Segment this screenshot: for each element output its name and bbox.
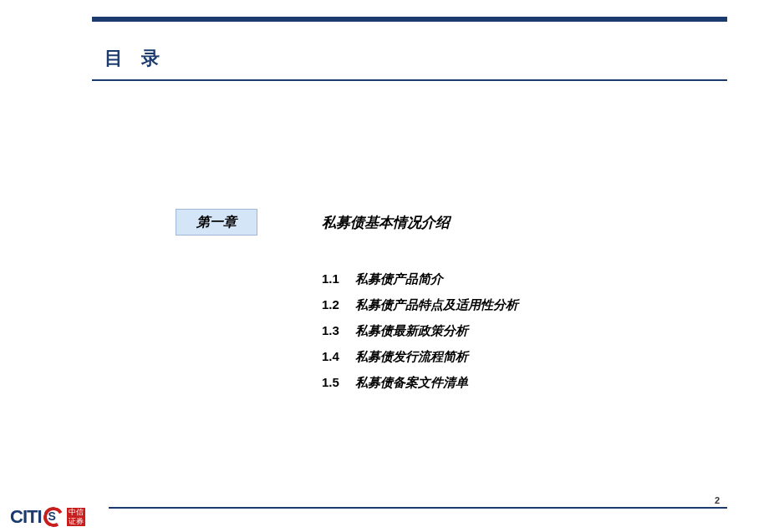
chapter-heading: 私募债基本情况介绍 [322,213,450,232]
toc-item: 1.1 私募债产品简介 [322,271,518,287]
footer: CITI S 中信 证券 2 [0,499,769,532]
toc-item: 1.4 私募债发行流程简析 [322,349,518,365]
toc-text: 私募债发行流程简析 [355,349,468,365]
toc-number: 1.1 [322,271,355,286]
toc-text: 私募债备案文件清单 [355,375,468,391]
toc-number: 1.5 [322,375,355,389]
toc-text: 私募债最新政策分析 [355,323,468,339]
toc-list: 1.1 私募债产品简介 1.2 私募债产品特点及适用性分析 1.3 私募债最新政… [322,271,518,401]
page-title: 目 录 [104,46,166,71]
logo-cn: 中信 证券 [67,508,85,526]
chapter-box: 第一章 [176,209,257,236]
toc-number: 1.4 [322,349,355,363]
logo-cs-icon: S [43,507,64,527]
toc-number: 1.2 [322,297,355,312]
logo-text: CITI [10,506,42,528]
toc-text: 私募债产品简介 [355,271,443,287]
top-bar [92,17,727,22]
page-number: 2 [711,495,723,505]
toc-text: 私募债产品特点及适用性分析 [355,297,518,313]
chapter-label: 第一章 [196,214,237,231]
bottom-line [109,507,727,509]
toc-item: 1.5 私募债备案文件清单 [322,375,518,391]
toc-item: 1.3 私募债最新政策分析 [322,323,518,339]
toc-item: 1.2 私募债产品特点及适用性分析 [322,297,518,313]
title-underline [92,79,727,81]
toc-number: 1.3 [322,323,355,337]
logo: CITI S 中信 证券 [10,506,85,528]
